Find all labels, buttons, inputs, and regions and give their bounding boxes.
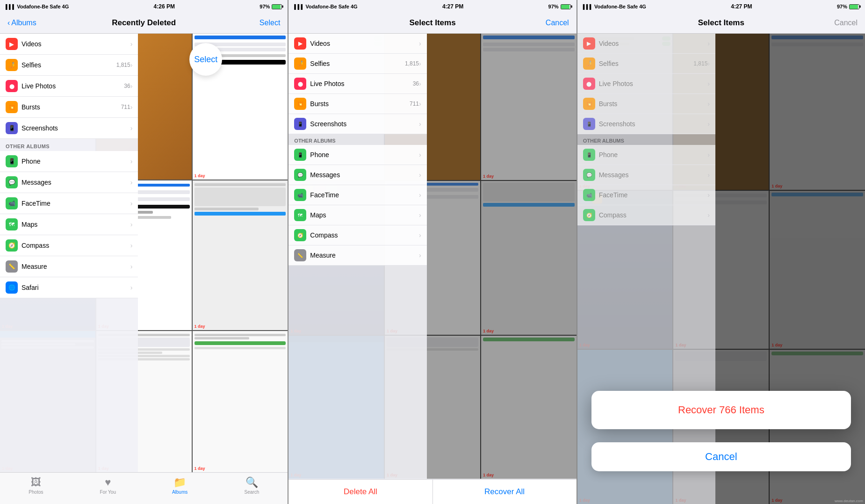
sidebar-panel: ▶ Videos › 🤳 Selfies 1,815 › ⬤ Live Phot…	[0, 34, 138, 472]
nav-title-2: Select Items	[333, 18, 531, 28]
sidebar-item[interactable]: 💬 Messages ›	[288, 165, 426, 185]
count: 1,815	[405, 60, 419, 67]
select-circle-button[interactable]: Select	[189, 43, 222, 76]
sidebar-item[interactable]: 📹 FaceTime ›	[0, 193, 138, 214]
facetime-icon-3: 📹	[583, 189, 595, 201]
count: 711	[410, 101, 419, 107]
recover-items-label[interactable]: Recover 766 Items	[678, 404, 764, 416]
sidebar-item[interactable]: ▶ Videos ›	[288, 34, 426, 54]
delete-all-button[interactable]: Delete All	[288, 480, 432, 504]
tab-search[interactable]: 🔍 Search	[216, 476, 288, 495]
sidebar-item[interactable]: 📏 Measure ›	[288, 245, 426, 266]
recover-all-button[interactable]: Recover All	[433, 480, 577, 504]
status-bar-3: ▌▌▌ Vodafone-Be Safe 4G 4:27 PM 97%	[577, 0, 865, 13]
back-button-1[interactable]: ‹ Albums	[7, 19, 45, 27]
sidebar-item[interactable]: 📱 Phone ›	[288, 145, 426, 165]
sidebar-item[interactable]: 💥 Bursts 711 ›	[288, 94, 426, 114]
chevron-right-icon: ›	[130, 82, 133, 90]
cancel-button-2[interactable]: Cancel	[546, 19, 569, 27]
recover-items-dialog[interactable]: Recover 766 Items	[591, 391, 851, 429]
sidebar-panel-2: ▶ Videos › 🤳 Selfies 1,815 › ⬤ Live Phot…	[288, 34, 426, 479]
chevron-right-icon: ›	[419, 171, 421, 179]
chevron-right-icon: ›	[130, 179, 133, 186]
status-left-1: ▌▌▌ Vodafone-Be Safe 4G	[6, 4, 69, 9]
compass-icon: 🧭	[6, 239, 18, 252]
carrier-label-1: Vodafone-Be Safe	[17, 4, 60, 9]
chevron-right-icon: ›	[130, 124, 133, 132]
maps-icon-2: 🗺	[294, 209, 306, 221]
bursts-label: Bursts	[22, 103, 121, 111]
chevron-right-icon: ›	[130, 284, 133, 291]
nav-right-2[interactable]: Cancel	[532, 19, 569, 27]
sidebar-item[interactable]: 🌐 Safari ›	[0, 277, 138, 298]
cancel-button-3-nav[interactable]: Cancel	[834, 19, 858, 27]
watermark: www.deutan.com	[835, 499, 863, 503]
label: Measure	[310, 252, 419, 259]
phone-icon: 📱	[6, 155, 18, 167]
sidebar-item[interactable]: 💥 Bursts 711 ›	[0, 97, 138, 118]
sidebar-item[interactable]: 🤳 Selfies 1,815 ›	[288, 54, 426, 74]
albums-tab-label: Albums	[172, 490, 187, 495]
network-type-1: 4G	[62, 4, 69, 9]
chevron-right-icon: ›	[130, 40, 133, 48]
sidebar-item[interactable]: 🤳 Selfies 1,815 ›	[0, 55, 138, 76]
nav-left-1[interactable]: ‹ Albums	[7, 19, 45, 27]
label: Live Photos	[599, 80, 708, 87]
videos-icon: ▶	[6, 38, 18, 50]
messages-icon-3: 💬	[583, 169, 595, 181]
label: Bursts	[310, 100, 410, 108]
carrier-label-2: Vodafone-Be Safe	[306, 4, 349, 9]
videos-icon-3: ▶	[583, 37, 595, 50]
chevron-right-icon: ›	[130, 200, 133, 207]
sidebar-item[interactable]: 🧭 Compass ›	[0, 235, 138, 256]
tab-photos[interactable]: 🖼 Photos	[0, 476, 72, 495]
nav-bar-2: Select Items Cancel	[288, 13, 576, 34]
sidebar-item: 📱 Screenshots ›	[577, 114, 715, 134]
compass-icon-2: 🧭	[294, 229, 306, 241]
sidebar-item[interactable]: ⬤ Live Photos 36 ›	[288, 74, 426, 94]
nav-right-1[interactable]: Select	[243, 19, 280, 27]
sidebar-item[interactable]: 📱 Phone ›	[0, 151, 138, 172]
chevron-right-icon: ›	[419, 191, 421, 199]
time-3: 4:27 PM	[731, 3, 752, 10]
sidebar-item: 🧭 Compass ›	[577, 205, 715, 225]
select-circle-label[interactable]: Select	[194, 55, 217, 65]
network-type-3: 4G	[639, 4, 646, 9]
action-buttons-row: Delete All Recover All	[288, 479, 576, 504]
panel-recently-deleted: ▌▌▌ Vodafone-Be Safe 4G 4:26 PM 97% ‹ Al…	[0, 0, 288, 504]
tab-albums[interactable]: 📁 Albums	[144, 476, 216, 495]
sidebar-item[interactable]: 🧭 Compass ›	[288, 225, 426, 245]
sidebar-item[interactable]: 🗺 Maps ›	[288, 205, 426, 225]
cancel-large-button[interactable]: Cancel	[591, 442, 851, 471]
chevron-right-icon: ›	[130, 242, 133, 249]
selfies-label: Selfies	[22, 61, 116, 69]
signal-bars-icon: ▌▌▌	[6, 4, 15, 9]
sidebar-item[interactable]: 📱 Screenshots ›	[0, 118, 138, 139]
search-tab-icon: 🔍	[245, 476, 258, 489]
nav-right-3[interactable]: Cancel	[820, 19, 858, 27]
battery-pct-1: 97%	[260, 4, 270, 9]
sidebar-item[interactable]: 📱 Screenshots ›	[288, 114, 426, 134]
cancel-large-label[interactable]: Cancel	[705, 451, 737, 462]
sidebar-item[interactable]: 📏 Measure ›	[0, 256, 138, 277]
label: Messages	[310, 171, 419, 179]
sidebar-item[interactable]: 📹 FaceTime ›	[288, 185, 426, 205]
nav-title-3: Select Items	[622, 18, 820, 28]
label: Videos	[599, 40, 708, 47]
sidebar-item[interactable]: 💬 Messages ›	[0, 172, 138, 193]
status-right-3: 97%	[837, 4, 859, 9]
day-label: 1 day	[195, 173, 205, 178]
back-label-1[interactable]: Albums	[11, 19, 36, 27]
chevron-right-icon: ›	[707, 80, 710, 87]
nav-bar-1: ‹ Albums Recently Deleted Select	[0, 13, 288, 34]
sidebar-item[interactable]: ⬤ Live Photos 36 ›	[0, 76, 138, 97]
sidebar-item[interactable]: 🗺 Maps ›	[0, 214, 138, 235]
tab-for-you[interactable]: ♥ For You	[72, 476, 144, 495]
messages-icon-2: 💬	[294, 169, 306, 181]
photos-tab-icon: 🖼	[31, 476, 41, 489]
panel-recover-dialog: ▌▌▌ Vodafone-Be Safe 4G 4:27 PM 97% Sele…	[577, 0, 865, 504]
status-right-1: 97%	[260, 4, 282, 9]
live-photos-icon: ⬤	[6, 80, 18, 92]
sidebar-item[interactable]: ▶ Videos ›	[0, 34, 138, 55]
select-button-nav-1[interactable]: Select	[260, 19, 280, 27]
